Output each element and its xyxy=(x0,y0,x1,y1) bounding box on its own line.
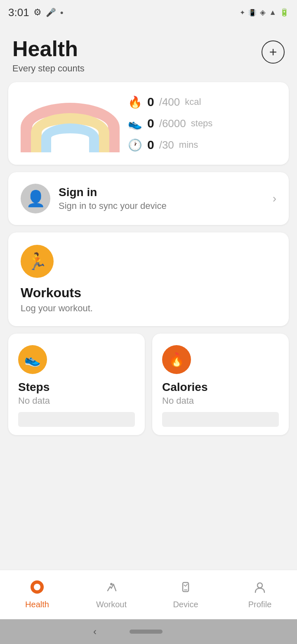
status-left: 3:01 ⚙ 🎤 ● xyxy=(8,6,64,19)
two-col-row: 👟 Steps No data 🔥 Calories No data xyxy=(8,334,289,435)
nav-item-workout[interactable]: Workout xyxy=(74,576,148,613)
steps-stat: 👟 0 /6000 steps xyxy=(128,116,276,130)
svg-point-1 xyxy=(34,584,40,590)
signin-card[interactable]: 👤 Sign in Sign in to sync your device › xyxy=(8,172,289,225)
page-subtitle: Every step counts xyxy=(12,63,85,74)
health-nav-icon xyxy=(30,580,44,597)
mic-icon: 🎤 xyxy=(46,7,56,17)
rainbow-arc-inner xyxy=(41,123,99,152)
signin-subtitle: Sign in to sync your device xyxy=(59,201,264,211)
header-text: Health Every step counts xyxy=(12,37,85,74)
dot-icon: ● xyxy=(60,9,64,16)
add-button[interactable]: + xyxy=(262,40,285,64)
avatar: 👤 xyxy=(21,184,50,213)
stats-info: 🔥 0 /400 kcal 👟 0 /6000 steps 🕐 0 /30 mi… xyxy=(128,95,276,152)
vibrate-icon: 📳 xyxy=(248,9,257,17)
minutes-current: 0 xyxy=(147,138,154,152)
nav-item-profile[interactable]: Profile xyxy=(223,576,297,613)
gear-icon: ⚙ xyxy=(33,7,42,18)
steps-shoe-icon: 👟 xyxy=(24,352,41,367)
plus-icon: + xyxy=(269,45,277,60)
header: Health Every step counts + xyxy=(0,25,297,82)
page-title: Health xyxy=(12,37,85,61)
calories-flame-icon: 🔥 xyxy=(168,352,185,367)
gesture-bar: ‹ xyxy=(0,619,297,644)
workout-title: Workouts xyxy=(21,285,276,301)
bluetooth-icon: ✦ xyxy=(240,9,245,17)
wifi-icon: ◈ xyxy=(260,8,266,17)
steps-current: 0 xyxy=(147,116,154,130)
steps-icon-circle: 👟 xyxy=(18,345,47,374)
workout-nav-icon xyxy=(104,580,118,597)
status-time: 3:01 xyxy=(8,6,29,19)
run-icon: 🏃 xyxy=(27,252,47,271)
main-content: 🔥 0 /400 kcal 👟 0 /6000 steps 🕐 0 /30 mi… xyxy=(0,82,297,517)
nav-label-workout: Workout xyxy=(96,600,127,609)
minutes-goal: /30 xyxy=(159,139,174,152)
chevron-right-icon: › xyxy=(273,192,276,205)
svg-point-4 xyxy=(257,583,262,588)
signal-icon: ▲ xyxy=(269,8,276,17)
minutes-stat: 🕐 0 /30 mins xyxy=(128,138,276,152)
stats-card: 🔥 0 /400 kcal 👟 0 /6000 steps 🕐 0 /30 mi… xyxy=(8,82,289,165)
calories-stat: 🔥 0 /400 kcal xyxy=(128,95,276,109)
user-icon: 👤 xyxy=(26,189,45,208)
calories-goal: /400 xyxy=(159,96,180,109)
steps-unit: steps xyxy=(191,118,213,129)
calories-label: Calories xyxy=(162,381,279,394)
signin-title: Sign in xyxy=(59,186,264,199)
nav-item-device[interactable]: Device xyxy=(148,576,223,613)
signin-text: Sign in Sign in to sync your device xyxy=(59,186,264,211)
calories-data: No data xyxy=(162,395,279,406)
workout-subtitle: Log your workout. xyxy=(21,303,276,314)
svg-point-2 xyxy=(110,583,113,585)
battery-icon: 🔋 xyxy=(280,8,289,17)
profile-nav-icon xyxy=(253,580,267,597)
minutes-unit: mins xyxy=(179,140,198,150)
steps-data: No data xyxy=(18,395,135,406)
steps-label: Steps xyxy=(18,381,135,394)
bottom-nav: Health Workout Device Prof xyxy=(0,570,297,619)
home-gesture-bar[interactable] xyxy=(130,630,163,634)
status-bar: 3:01 ⚙ 🎤 ● ✦ 📳 ◈ ▲ 🔋 xyxy=(0,0,297,25)
calories-card[interactable]: 🔥 Calories No data xyxy=(152,334,289,435)
calories-unit: kcal xyxy=(185,97,201,107)
device-nav-icon xyxy=(179,580,193,597)
flame-icon: 🔥 xyxy=(128,95,142,109)
calories-current: 0 xyxy=(147,95,154,109)
nav-item-health[interactable]: Health xyxy=(0,576,74,613)
steps-chart xyxy=(18,412,135,427)
calories-chart xyxy=(162,412,279,427)
workout-icon-circle: 🏃 xyxy=(21,245,54,278)
calories-icon-circle: 🔥 xyxy=(162,345,191,374)
nav-label-health: Health xyxy=(25,600,49,609)
rainbow-chart xyxy=(21,95,120,152)
nav-label-device: Device xyxy=(173,600,198,609)
back-gesture-icon[interactable]: ‹ xyxy=(93,626,97,637)
steps-card[interactable]: 👟 Steps No data xyxy=(8,334,145,435)
shoe-icon: 👟 xyxy=(128,117,142,130)
workout-card[interactable]: 🏃 Workouts Log your workout. xyxy=(8,232,289,326)
nav-label-profile: Profile xyxy=(248,600,272,609)
clock-icon: 🕐 xyxy=(128,138,142,152)
steps-goal: /6000 xyxy=(159,117,186,130)
status-right: ✦ 📳 ◈ ▲ 🔋 xyxy=(240,8,289,17)
